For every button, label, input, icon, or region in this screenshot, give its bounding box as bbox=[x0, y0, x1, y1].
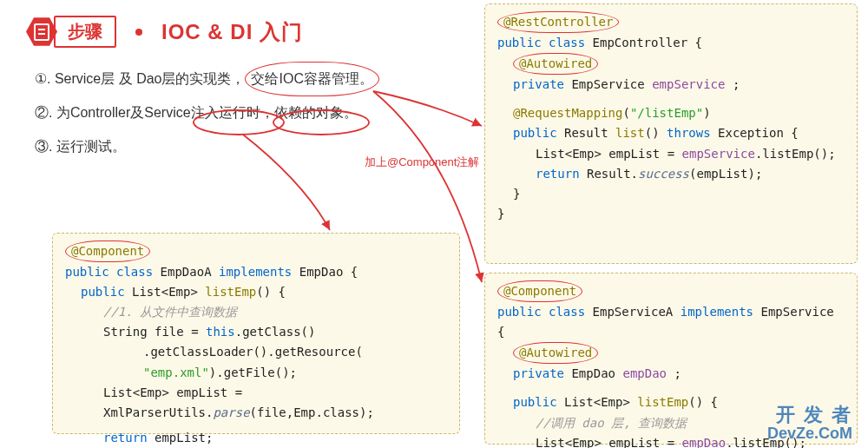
anno-autowired-ctrl: @Autowired bbox=[513, 53, 598, 75]
watermark: 开 发 者 DevZe.CoM bbox=[767, 405, 852, 443]
steps-icon bbox=[26, 16, 57, 48]
code-dao: @Component public class EmpDaoA implemen… bbox=[52, 233, 460, 434]
anno-autowired-svc: @Autowired bbox=[513, 342, 598, 364]
note-component: 加上@Component注解 bbox=[365, 155, 479, 170]
anno-restcontroller: @RestController bbox=[497, 11, 619, 33]
code-controller: @RestController public class EmpControll… bbox=[484, 3, 858, 264]
page-title: IOC & DI 入门 bbox=[161, 18, 303, 46]
anno-component-svc: @Component bbox=[497, 280, 582, 302]
badge-steps: 步骤 bbox=[54, 16, 116, 48]
bullet-icon bbox=[135, 29, 142, 36]
step1-highlight: 交给IOC容器管理。 bbox=[245, 62, 378, 96]
anno-component: @Component bbox=[65, 240, 150, 262]
